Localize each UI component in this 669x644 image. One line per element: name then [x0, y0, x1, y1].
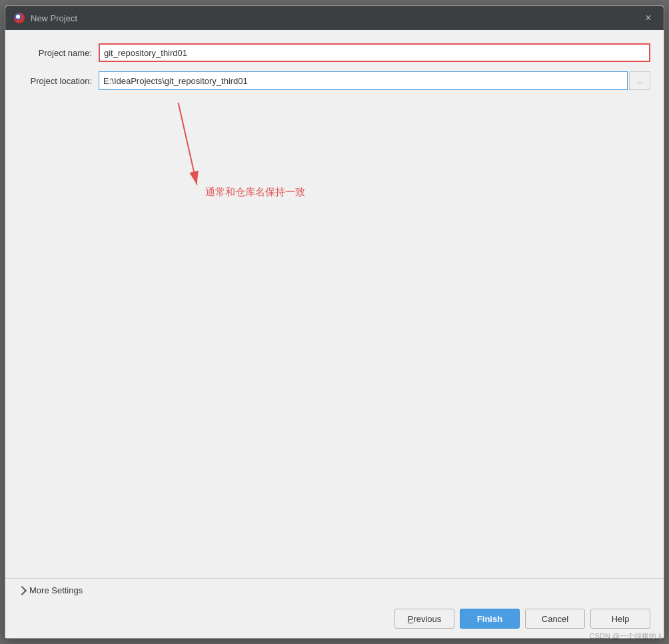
- more-settings-label: More Settings: [29, 585, 83, 595]
- project-location-label: Project location:: [19, 76, 99, 86]
- annotation-arrow: [19, 99, 650, 299]
- svg-point-2: [16, 15, 20, 19]
- dialog-title: New Project: [31, 13, 77, 23]
- title-bar-left: New Project: [13, 12, 77, 24]
- project-name-row: Project name:: [19, 43, 650, 62]
- finish-button[interactable]: Finish: [460, 609, 520, 629]
- close-button[interactable]: ×: [641, 11, 656, 25]
- new-project-dialog: New Project × Project name: Project loca…: [5, 5, 664, 639]
- project-name-input[interactable]: [99, 43, 650, 62]
- cancel-button[interactable]: Cancel: [525, 609, 585, 629]
- previous-rest: revious: [413, 614, 441, 624]
- more-settings-toggle[interactable]: More Settings: [5, 579, 664, 602]
- annotation-text: 通常和仓库名保持一致: [205, 186, 305, 199]
- svg-line-4: [178, 103, 197, 185]
- button-row: Previous Finish Cancel Help: [5, 602, 664, 638]
- dialog-content: Project name: Project location: ... 通常和仓…: [5, 30, 664, 578]
- chevron-right-icon: [17, 585, 27, 595]
- help-button[interactable]: Help: [590, 609, 650, 629]
- browse-button[interactable]: ...: [629, 71, 650, 90]
- project-name-label: Project name:: [19, 48, 99, 58]
- title-bar: New Project ×: [5, 6, 664, 30]
- project-location-input[interactable]: [99, 71, 628, 90]
- watermark: CSDN @一个很极的人: [590, 631, 664, 641]
- previous-button[interactable]: Previous: [394, 609, 454, 629]
- bottom-section: More Settings Previous Finish Cancel Hel…: [5, 578, 664, 638]
- app-icon: [13, 12, 25, 24]
- annotation-area: 通常和仓库名保持一致: [19, 99, 650, 578]
- project-location-row: Project location: ...: [19, 71, 650, 90]
